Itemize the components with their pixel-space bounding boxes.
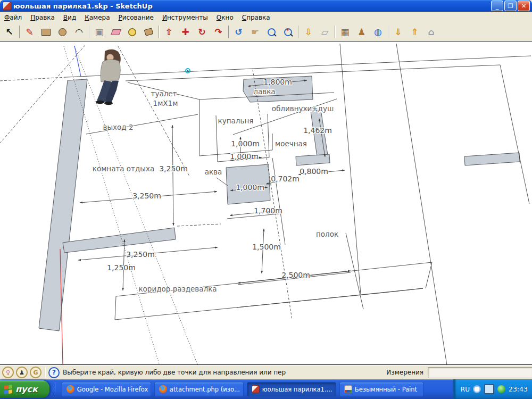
get-models-tool-button[interactable]: ⇓ bbox=[390, 24, 406, 40]
rectangle-tool-button[interactable] bbox=[38, 24, 54, 40]
attribution-figure-icon[interactable]: ♀ bbox=[2, 367, 14, 378]
tape-measure-tool-button[interactable] bbox=[124, 24, 140, 40]
left-wall bbox=[39, 79, 87, 331]
menu-item-инструменты[interactable]: Инструменты bbox=[158, 12, 212, 23]
orbit-icon: ↺ bbox=[235, 27, 242, 37]
warehouse-house-tool-button[interactable]: ⌂ bbox=[423, 24, 439, 40]
help-icon[interactable]: ? bbox=[48, 367, 60, 378]
toolbar-separator bbox=[228, 26, 229, 38]
get-models-icon: ⇓ bbox=[394, 27, 402, 37]
circle-tool-button[interactable] bbox=[54, 24, 71, 40]
windows-flag-icon bbox=[4, 385, 13, 394]
zoom-tool-button[interactable] bbox=[263, 24, 280, 40]
eraser-tool-button[interactable] bbox=[107, 24, 124, 40]
share-model-tool-button[interactable]: ⇑ bbox=[406, 24, 423, 40]
task-title: юольшая парилка1.... bbox=[262, 386, 332, 393]
taskbar-task-firefox[interactable]: Google - Mozilla Firefox bbox=[62, 382, 151, 397]
taskbar-clock: 23:43 bbox=[509, 385, 528, 393]
menu-item-файл[interactable]: Файл bbox=[0, 12, 26, 23]
menu-item-вид[interactable]: Вид bbox=[59, 12, 80, 23]
move-icon: ✚ bbox=[181, 27, 189, 37]
line-icon: ✎ bbox=[26, 27, 33, 37]
arc-icon: ◠ bbox=[76, 27, 82, 37]
menu-item-рисование[interactable]: Рисование bbox=[114, 12, 158, 23]
room-label: полок bbox=[316, 230, 338, 238]
floor-plan-drawing: туалет1мХ1мвыход 2лавкаобливнухи+душкупа… bbox=[0, 42, 532, 365]
paint-bucket-icon bbox=[144, 28, 154, 36]
orbit-tool-button[interactable]: ↺ bbox=[230, 24, 247, 40]
push-pull-icon: ⇧ bbox=[165, 27, 172, 37]
start-label: пуск bbox=[15, 384, 38, 394]
sketchup-icon bbox=[252, 385, 260, 393]
toolbar: ↖✎◠▣⇧✚↻↷↺☛⇩▱▦♟◍⇓⇑⌂ bbox=[0, 23, 532, 41]
taskbar-task-firefox[interactable]: attachment.php (изо... bbox=[154, 382, 244, 397]
language-bar-icon[interactable] bbox=[473, 385, 481, 393]
plan-labels: туалет1мХ1мвыход 2лавкаобливнухи+душкупа… bbox=[93, 78, 338, 293]
task-title: Безымянный - Paint bbox=[355, 386, 417, 393]
room-label: лавка bbox=[253, 87, 275, 96]
pan-tool-button[interactable]: ☛ bbox=[247, 24, 263, 40]
menu-item-правка[interactable]: Правка bbox=[26, 12, 59, 23]
menu-item-справка[interactable]: Справка bbox=[238, 12, 275, 23]
language-indicator[interactable]: RU bbox=[461, 386, 470, 393]
share-model-icon: ⇑ bbox=[411, 27, 418, 37]
toolbar-separator bbox=[89, 26, 89, 38]
rotate-tool-button[interactable]: ↻ bbox=[194, 24, 210, 40]
measurements-label: Измерения bbox=[386, 369, 428, 376]
add-location-icon: ▦ bbox=[340, 27, 349, 37]
close-button[interactable]: ✕ bbox=[518, 1, 530, 11]
dimension-label: 0,702m bbox=[271, 174, 300, 183]
push-pull-tool-button[interactable]: ⇧ bbox=[161, 24, 177, 40]
section-plane-tool-button[interactable]: ▱ bbox=[317, 24, 333, 40]
room-label: коридор раздевалка bbox=[138, 285, 217, 293]
window-titlebar: юольшая парилка1.skp - SketchUp _ ❐ ✕ bbox=[0, 0, 532, 12]
google-logo-icon[interactable]: G bbox=[30, 367, 41, 378]
export-2d-tool-button[interactable]: ⇩ bbox=[300, 24, 317, 40]
rotate-icon: ↻ bbox=[198, 27, 205, 37]
menu-item-камера[interactable]: Камера bbox=[80, 12, 114, 23]
zoom-extents-tool-button[interactable] bbox=[280, 24, 296, 40]
bottom-left-wall bbox=[63, 228, 176, 253]
restore-button[interactable]: ❐ bbox=[504, 1, 517, 11]
display-tray-icon[interactable] bbox=[484, 384, 494, 394]
eraser-icon bbox=[110, 29, 121, 35]
warehouse-house-icon: ⌂ bbox=[428, 27, 434, 37]
menu-bar: ФайлПравкаВидКамераРисованиеИнструментыО… bbox=[0, 12, 532, 23]
paint-bucket-tool-button[interactable] bbox=[140, 24, 157, 40]
shower-wall-strip bbox=[311, 110, 328, 161]
google-earth-tool-button[interactable]: ◍ bbox=[370, 24, 386, 40]
toolbar-separator bbox=[335, 26, 335, 38]
arc-tool-button[interactable]: ◠ bbox=[71, 24, 87, 40]
follow-me-tool-button[interactable]: ↷ bbox=[210, 24, 227, 40]
dimension-label: 2,500m bbox=[281, 271, 310, 279]
start-button[interactable]: пуск bbox=[0, 380, 49, 398]
quick-launch-separator bbox=[55, 383, 59, 396]
statusbar-separator bbox=[45, 367, 45, 378]
tape-measure-icon bbox=[128, 28, 136, 36]
place-person-tool-button[interactable]: ♟ bbox=[353, 24, 370, 40]
dimension-label: 0,800m bbox=[300, 167, 328, 176]
selected-point[interactable] bbox=[186, 69, 190, 73]
dimension-label: 1,462m bbox=[303, 126, 332, 135]
follow-me-icon: ↷ bbox=[214, 27, 222, 37]
taskbar-task-sketchup[interactable]: юольшая парилка1.... bbox=[247, 382, 336, 397]
select-tool-button[interactable]: ↖ bbox=[1, 24, 18, 40]
right-wall-bar bbox=[464, 153, 520, 165]
dimension-label: 1,250m bbox=[107, 263, 136, 272]
add-location-tool-button[interactable]: ▦ bbox=[337, 24, 353, 40]
move-tool-button[interactable]: ✚ bbox=[177, 24, 194, 40]
menu-item-окно[interactable]: Окно bbox=[212, 12, 238, 23]
sketchup-app-icon bbox=[3, 2, 11, 10]
make-component-tool-button[interactable]: ▣ bbox=[91, 24, 107, 40]
antivirus-tray-icon[interactable] bbox=[497, 385, 505, 393]
measurements-input[interactable] bbox=[428, 367, 532, 378]
minimize-button[interactable]: _ bbox=[491, 1, 503, 11]
dimension-label: 1,500m bbox=[252, 243, 281, 251]
line-tool-button[interactable]: ✎ bbox=[21, 24, 38, 40]
person-credit-icon[interactable]: ♟ bbox=[16, 367, 28, 378]
drawing-canvas[interactable]: туалет1мХ1мвыход 2лавкаобливнухи+душкупа… bbox=[0, 41, 532, 365]
toolbar-separator bbox=[298, 26, 298, 38]
taskbar-task-paint[interactable]: Безымянный - Paint bbox=[339, 382, 423, 397]
room-label: выход 2 bbox=[103, 123, 133, 131]
circle-icon bbox=[59, 28, 66, 36]
